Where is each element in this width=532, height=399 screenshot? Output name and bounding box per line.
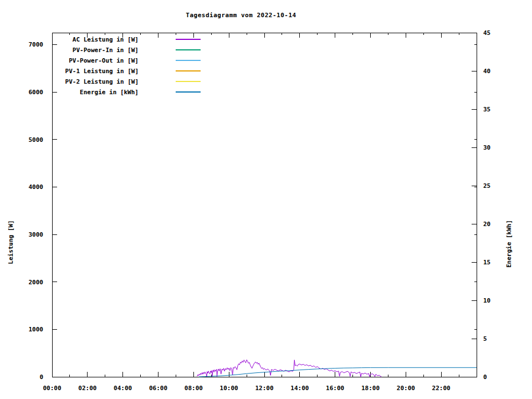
y-axis-left-label: Leistung [W] — [7, 220, 14, 264]
legend-label: PV-Power-Out in [W] — [69, 57, 139, 64]
x-tick-label: 02:00 — [78, 385, 96, 392]
y-axis-right-label: Energie [kWh] — [505, 220, 513, 268]
x-tick-label: 00:00 — [43, 385, 61, 392]
y-left-tick-label: 6000 — [29, 89, 44, 96]
x-tick-label: 08:00 — [185, 385, 203, 392]
legend-label: PV-1 Leistung in [W] — [65, 68, 139, 75]
y-right-tick-label: 45 — [483, 29, 490, 37]
x-tick-label: 06:00 — [149, 385, 167, 392]
series-curve — [199, 367, 477, 377]
chart-canvas: Tagesdiagramm vom 2022-10-14 Leistung [W… — [0, 0, 532, 399]
y-left-tick-label: 0 — [39, 374, 43, 381]
y-right-tick-label: 35 — [483, 106, 490, 113]
y-right-tick-label: 40 — [483, 68, 490, 75]
y-right-tick-label: 25 — [483, 182, 490, 190]
y-right-tick-label: 30 — [483, 144, 490, 151]
x-tick-label: 04:00 — [114, 385, 132, 392]
x-tick-label: 14:00 — [290, 385, 309, 392]
x-tick-label: 18:00 — [361, 385, 380, 392]
y-left-tick-label: 1000 — [29, 326, 44, 333]
legend-label: Energie in [kWh] — [80, 89, 139, 96]
y-left-tick-label: 4000 — [29, 183, 44, 191]
legend-label: PV-2 Leistung in [W] — [65, 78, 139, 85]
series-curve — [197, 360, 382, 377]
x-tick-label: 12:00 — [255, 385, 273, 392]
plot-svg: 00:0002:0004:0006:0008:0010:0012:0014:00… — [0, 0, 532, 399]
y-right-tick-label: 5 — [483, 335, 487, 342]
y-right-tick-label: 20 — [483, 221, 490, 228]
y-right-tick-label: 10 — [483, 297, 490, 304]
y-right-tick-label: 0 — [483, 374, 487, 381]
y-left-tick-label: 7000 — [29, 41, 44, 48]
legend-label: PV-Power-In in [W] — [73, 47, 139, 54]
y-right-tick-label: 15 — [483, 259, 490, 266]
x-tick-label: 20:00 — [397, 385, 415, 392]
chart-title: Tagesdiagramm vom 2022-10-14 — [186, 12, 296, 19]
y-left-tick-label: 2000 — [29, 279, 44, 286]
x-tick-label: 22:00 — [432, 385, 451, 392]
y-left-tick-label: 5000 — [29, 136, 44, 144]
legend-label: AC Leistung in [W] — [73, 36, 139, 43]
x-tick-label: 16:00 — [326, 385, 344, 392]
x-tick-label: 10:00 — [220, 385, 238, 392]
y-left-tick-label: 3000 — [29, 231, 44, 238]
